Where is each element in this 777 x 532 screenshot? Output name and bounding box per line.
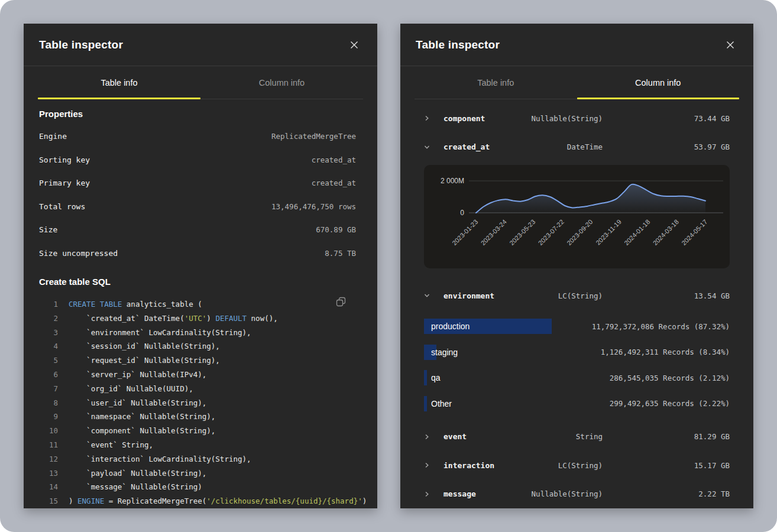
- properties-list: EngineReplicatedMergeTreeSorting keycrea…: [39, 125, 356, 265]
- column-size: 13.54 GB: [603, 291, 730, 300]
- column-name: component: [443, 114, 523, 123]
- chevron-right-icon: [424, 115, 431, 121]
- sql-code-text: `namespace` Nullable(String),: [69, 410, 215, 424]
- property-label: Primary key: [39, 179, 90, 187]
- property-row: Primary keycreated_at: [39, 171, 356, 195]
- close-icon: [350, 41, 358, 49]
- tab-table-info[interactable]: Table info: [38, 66, 200, 99]
- tab-label: Table info: [477, 78, 514, 87]
- table-inspector-dialog-left: Table inspector Table info Column info P…: [24, 24, 377, 508]
- column-name: event: [443, 432, 523, 441]
- x-axis-tick-label: 2023-07-22: [537, 218, 565, 246]
- sql-code-line: 3 `environment` LowCardinality(String),: [39, 326, 356, 340]
- column-size: 15.17 GB: [603, 461, 730, 470]
- column-row-created_at[interactable]: created_atDateTime53.97 GB: [424, 133, 730, 162]
- line-number: 3: [39, 326, 58, 340]
- copy-icon: [335, 296, 347, 307]
- line-number: 1: [39, 297, 58, 312]
- line-number: 13: [39, 466, 58, 481]
- column-type: LC(String): [523, 461, 603, 470]
- sql-code-text: `message` Nullable(String): [69, 480, 202, 494]
- created-at-histogram-chart: 2 000M02023-01-232023-03-242023-05-23202…: [424, 165, 730, 268]
- sql-code-line: 14 `message` Nullable(String): [39, 480, 356, 494]
- x-axis-tick-label: 2024-03-18: [652, 218, 680, 246]
- chevron-down-icon: [424, 293, 431, 299]
- line-number: 9: [39, 410, 58, 424]
- sql-code-line: 9 `namespace` Nullable(String),: [39, 410, 356, 424]
- column-row-component[interactable]: componentNullable(String)73.44 GB: [424, 104, 730, 133]
- line-number: 8: [39, 396, 58, 410]
- x-axis-tick-label: 2023-01-23: [451, 218, 479, 246]
- copy-sql-button[interactable]: [333, 294, 349, 310]
- close-button[interactable]: [724, 38, 737, 51]
- sql-code-text: `org_id` Nullable(UUID),: [69, 382, 193, 396]
- column-row-environment[interactable]: environmentLC(String)13.54 GB: [424, 281, 730, 310]
- close-button[interactable]: [348, 38, 361, 51]
- x-axis-tick-label: 2023-11-19: [594, 218, 623, 246]
- column-row-message[interactable]: messageNullable(String)2.22 TB: [424, 480, 730, 509]
- sql-code-line: 5 `request_id` Nullable(String),: [39, 353, 356, 368]
- property-value: 670.89 GB: [316, 225, 356, 234]
- sql-code-text: ) ENGINE = ReplicatedMergeTree('/clickho…: [69, 494, 367, 508]
- close-icon: [726, 41, 734, 49]
- column-row-interaction[interactable]: interactionLC(String)15.17 GB: [424, 451, 730, 480]
- property-value: 13,496,476,750 rows: [271, 202, 356, 211]
- property-value: 8.75 TB: [325, 249, 356, 258]
- value-record-count: 1,126,492,311 Records (8.34%): [601, 348, 730, 356]
- sql-code-text: `component` Nullable(String),: [69, 424, 215, 438]
- tab-column-info[interactable]: Column info: [200, 66, 363, 99]
- sql-code-text: `session_id` Nullable(String),: [69, 339, 220, 353]
- sql-code-line: 12 `interaction` LowCardinality(String),: [39, 452, 356, 466]
- sql-code-text: `server_ip` Nullable(IPv4),: [69, 368, 206, 382]
- property-label: Total rows: [39, 202, 85, 211]
- sql-code-text: `event` String,: [69, 438, 153, 452]
- sql-code-block: 1CREATE TABLE analytics_table (2 `create…: [39, 297, 356, 508]
- line-number: 4: [39, 339, 58, 353]
- column-size: 2.22 TB: [603, 489, 730, 498]
- create-table-sql-heading: Create table SQL: [39, 277, 356, 287]
- column-name: created_at: [443, 142, 523, 151]
- table-inspector-dialog-right: Table inspector Table info Column info c…: [400, 24, 753, 508]
- environment-value-row: staging1,126,492,311 Records (8.34%): [424, 339, 730, 365]
- value-record-count: 299,492,635 Records (2.22%): [610, 399, 730, 408]
- value-label: Other: [431, 396, 452, 411]
- x-axis-tick-label: 2024-01-18: [623, 218, 651, 246]
- x-axis-tick-label: 2023-09-20: [565, 218, 594, 246]
- chevron-right-icon: [424, 434, 431, 440]
- tab-table-info[interactable]: Table info: [415, 66, 577, 99]
- column-row-event[interactable]: eventString81.29 GB: [424, 423, 730, 452]
- value-record-count: 11,792,372,086 Records (87.32%): [592, 322, 730, 331]
- table-info-content: Properties EngineReplicatedMergeTreeSort…: [24, 109, 377, 508]
- x-axis-tick-label: 2023-05-23: [508, 218, 536, 246]
- property-row: Total rows13,496,476,750 rows: [39, 195, 356, 219]
- property-row: Size uncompressed8.75 TB: [39, 242, 356, 265]
- environment-value-row: qa286,545,035 Records (2.12%): [424, 365, 730, 391]
- property-value: created_at: [312, 155, 356, 164]
- value-label: production: [431, 319, 470, 334]
- property-row: Sorting keycreated_at: [39, 148, 356, 172]
- value-proportion-bar: [424, 370, 427, 385]
- sql-code-text: `environment` LowCardinality(String),: [69, 326, 251, 340]
- line-number: 14: [39, 480, 58, 494]
- sql-code-text: CREATE TABLE analytics_table (: [69, 297, 202, 312]
- column-info-list: componentNullable(String)73.44 GBcreated…: [400, 99, 753, 508]
- value-bar-container: qa: [424, 370, 603, 385]
- property-row: EngineReplicatedMergeTree: [39, 125, 356, 148]
- property-label: Sorting key: [39, 155, 90, 164]
- sql-code-line: 15) ENGINE = ReplicatedMergeTree('/click…: [39, 494, 356, 508]
- column-type: DateTime: [523, 142, 603, 151]
- column-type: Nullable(String): [523, 114, 603, 123]
- dialog-title: Table inspector: [39, 38, 123, 51]
- sql-code-text: `interaction` LowCardinality(String),: [69, 452, 251, 466]
- tab-column-info[interactable]: Column info: [577, 66, 740, 99]
- property-row: Size670.89 GB: [39, 218, 356, 242]
- sql-code-line: 11 `event` String,: [39, 438, 356, 452]
- environment-value-row: production11,792,372,086 Records (87.32%…: [424, 314, 730, 340]
- line-number: 7: [39, 382, 58, 396]
- tab-label: Table info: [101, 78, 137, 87]
- sql-code-line: 6 `server_ip` Nullable(IPv4),: [39, 368, 356, 382]
- y-axis-tick-label: 0: [460, 209, 464, 217]
- column-size: 73.44 GB: [603, 114, 730, 123]
- chevron-down-icon: [424, 144, 431, 150]
- line-number: 11: [39, 438, 58, 452]
